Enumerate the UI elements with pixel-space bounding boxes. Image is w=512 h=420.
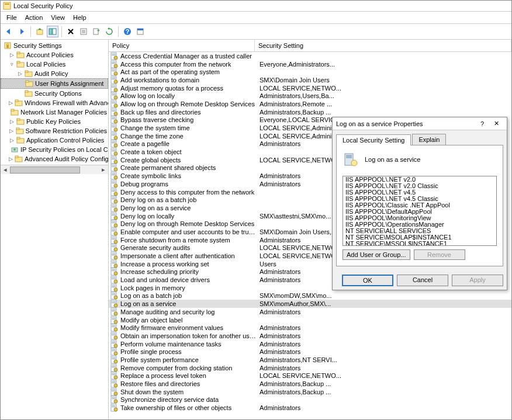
policy-row[interactable]: Modify an object label [109,316,511,324]
policy-row[interactable]: Log on as a batch jobSMX\momDW,SMX\mo... [109,292,511,300]
menubar: FileActionViewHelp [1,12,511,24]
column-header-policy[interactable]: Policy [109,40,255,51]
accounts-listbox[interactable]: IIS APPPOOL\.NET v2.0IIS APPPOOL\.NET v2… [343,176,497,246]
policy-row[interactable]: Take ownership of files or other objects… [109,404,511,412]
policy-name: Obtain an impersonation token for anothe… [120,332,256,339]
export-button[interactable] [91,26,102,37]
policy-row[interactable]: Back up files and directoriesAdministrat… [109,108,511,116]
menu-view[interactable]: View [47,13,68,22]
apply-button[interactable]: Apply [452,275,503,286]
menu-help[interactable]: Help [70,13,90,22]
svg-rect-70 [112,111,116,112]
tree-hscrollbar[interactable]: ◂▸ [1,165,108,174]
policy-row[interactable]: Profile system performanceAdministrators… [109,356,511,364]
policy-icon [110,116,118,124]
tree-item[interactable]: Network List Manager Policies [1,107,108,117]
folder-icon [15,155,23,163]
tree-item[interactable]: ▷Application Control Policies [1,136,108,145]
tree-item[interactable]: ▷Account Policies [1,50,108,60]
action-button[interactable] [134,26,146,37]
svg-point-167 [114,304,117,307]
policy-row[interactable]: Remove computer from docking stationAdmi… [109,364,511,372]
tree-expander[interactable]: ▿ [9,61,15,67]
svg-point-219 [114,408,117,411]
up-button[interactable] [34,26,46,37]
tree-expander[interactable]: ▷ [9,100,13,106]
dialog-close-button[interactable]: ✕ [489,120,503,127]
policy-value: Administrators,Users,Ba... [256,92,510,99]
tree-expander[interactable]: ▷ [9,156,13,162]
svg-point-155 [114,280,117,283]
svg-point-211 [114,392,117,395]
policy-row[interactable]: Shut down the systemAdministrators,Backu… [109,388,511,396]
add-user-button[interactable]: Add User or Group... [343,249,410,260]
policy-row[interactable]: Obtain an impersonation token for anothe… [109,332,511,340]
tree-item[interactable]: User Rights Assignment [1,78,108,89]
policy-row[interactable]: Add workstations to domainSMX\Domain Joi… [109,76,511,84]
policy-icon [110,300,118,308]
policy-name: Create a pagefile [120,140,256,147]
tree-item[interactable]: ▷Windows Firewall with Advanced Sec [1,98,108,107]
policy-row[interactable]: Manage auditing and security logAdminist… [109,308,511,316]
tree-item[interactable]: ▿Local Policies [1,60,108,69]
tree-item[interactable]: IP Security Policies on Local Compute [1,145,108,154]
show-hide-tree-button[interactable] [47,26,58,37]
svg-point-43 [114,56,117,60]
policy-icon [343,151,359,168]
help-button[interactable]: ? [122,26,133,37]
folder-icon [16,60,25,68]
tree-item[interactable]: ▷Public Key Policies [1,117,108,126]
folder-icon [11,145,19,154]
ok-button[interactable]: OK [342,275,393,286]
tree-item[interactable]: Security Options [1,89,108,98]
svg-point-199 [114,368,117,372]
policy-row[interactable]: Perform volume maintenance tasksAdminist… [109,340,511,348]
menu-file[interactable]: File [3,13,20,22]
svg-rect-118 [112,207,116,207]
remove-button[interactable]: Remove [414,249,465,260]
svg-rect-1 [5,4,9,5]
tree-expander[interactable]: ▷ [9,137,15,143]
properties-button[interactable] [78,26,89,37]
policy-row[interactable]: Access this computer from the networkEve… [109,60,511,68]
back-button[interactable] [3,26,15,37]
policy-row[interactable]: Act as part of the operating system [109,68,511,76]
policy-row[interactable]: Profile single processAdministrators [109,348,511,356]
tree-root[interactable]: Security Settings [1,41,108,50]
policy-row[interactable]: Allow log on locallyAdministrators,Users… [109,92,511,100]
tree-expander[interactable]: ▷ [9,128,14,134]
policy-name: Increase scheduling priority [120,268,256,275]
policy-row[interactable]: Access Credential Manager as a trusted c… [109,52,511,60]
tree-expander[interactable]: ▷ [17,71,23,77]
refresh-button[interactable] [103,26,115,37]
column-header-setting[interactable]: Security Setting [255,40,511,51]
policy-name: Change the system time [120,124,256,131]
svg-rect-17 [17,52,20,54]
menu-action[interactable]: Action [22,13,47,22]
tree-item[interactable]: ▷Software Restriction Policies [1,126,108,136]
tab-local-security-setting[interactable]: Local Security Setting [336,134,411,145]
policy-icon [110,196,118,204]
policy-row[interactable]: Restore files and directoriesAdministrat… [109,380,511,388]
svg-rect-210 [112,391,116,391]
forward-button[interactable] [16,26,27,37]
tree-item[interactable]: ▷Advanced Audit Policy Configuration [1,154,108,164]
policy-icon [110,220,118,228]
policy-icon [110,308,118,316]
policy-row[interactable]: Log on as a serviceSMX\momAuthor,SMX\... [109,300,511,308]
policy-row[interactable]: Modify firmware environment valuesAdmini… [109,324,511,332]
policy-row[interactable]: Replace a process level tokenLOCAL SERVI… [109,372,511,380]
policy-row[interactable]: Synchronize directory service data [109,396,511,404]
tree-item[interactable]: ▷Audit Policy [1,69,108,78]
account-item[interactable]: NT SERVICE\MSSQL$INSTANCE1 [343,241,496,246]
tree-expander[interactable]: ▷ [9,52,15,58]
policy-row[interactable]: Allow log on through Remote Desktop Serv… [109,100,511,108]
delete-button[interactable] [65,26,77,37]
dialog-help-button[interactable]: ? [475,120,489,127]
cancel-button[interactable]: Cancel [397,275,448,286]
tree-pane[interactable]: Security Settings▷Account Policies▿Local… [1,40,109,419]
tree-expander[interactable]: ▷ [9,119,15,124]
tab-explain[interactable]: Explain [412,134,446,145]
svg-rect-130 [112,231,116,231]
policy-row[interactable]: Adjust memory quotas for a processLOCAL … [109,84,511,92]
